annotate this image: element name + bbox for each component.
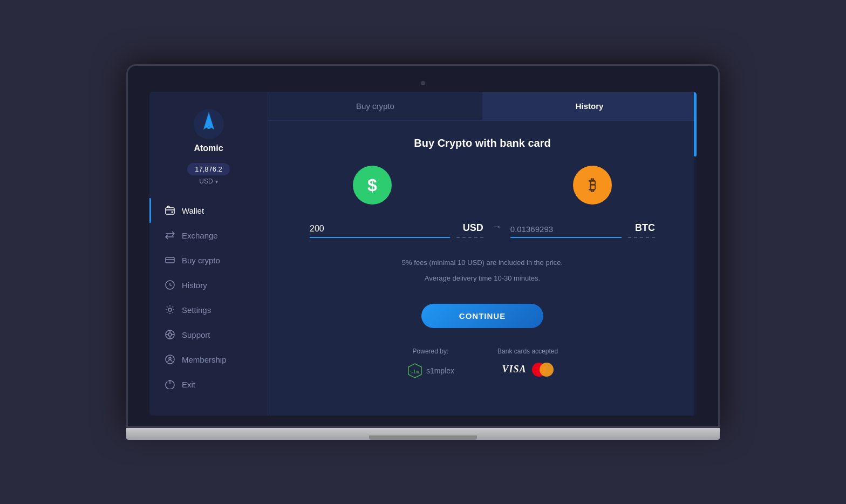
sidebar-item-settings[interactable]: Settings [149,297,268,322]
from-amount-input[interactable] [310,221,450,238]
bank-cards-label: Bank cards accepted [497,348,558,355]
wallet-label: Wallet [182,206,204,215]
membership-label: Membership [182,355,227,364]
svg-point-3 [172,212,173,213]
footer-row: Powered by: s1m s1mplex B [407,348,558,379]
mc-circle-right [540,363,554,377]
sidebar-item-buy-crypto[interactable]: Buy crypto [149,248,268,273]
main-content: Buy crypto History Buy Crypto with bank … [268,92,697,416]
membership-icon [165,354,175,365]
from-currency-label: USD [456,222,483,238]
exchange-row: USD → BTC [310,221,655,238]
sidebar-item-exchange[interactable]: Exchange [149,223,268,248]
visa-logo: VISA [502,364,527,375]
sidebar: Atomic 17,876.2 USD Wallet [149,92,268,416]
history-icon [165,280,175,290]
sidebar-item-membership[interactable]: Membership [149,347,268,372]
mastercard-logo [532,363,554,377]
history-label: History [182,281,207,290]
simplex-text: s1mplex [426,366,454,375]
tab-buy-crypto[interactable]: Buy crypto [268,92,482,120]
to-amount-input[interactable] [510,221,622,238]
exchange-label: Exchange [182,231,218,240]
support-label: Support [182,330,210,339]
laptop-container: Atomic 17,876.2 USD Wallet [126,64,720,440]
exit-label: Exit [182,380,195,389]
powered-by-label: Powered by: [413,348,449,355]
tab-bar: Buy crypto History [268,92,697,121]
usd-icon-circle: $ [353,166,392,205]
btc-icon-circle: ₿ [573,166,612,205]
svg-point-8 [168,333,172,336]
atomic-logo-icon [193,108,225,140]
powered-by-section: Powered by: s1m s1mplex [407,348,454,379]
wallet-icon [165,205,175,216]
logo-name: Atomic [194,144,223,153]
gear-icon [165,304,175,315]
dollar-sign-icon: $ [367,175,377,195]
bank-cards-section: Bank cards accepted VISA [497,348,558,377]
fee-text: 5% fees (minimal 10 USD) are included in… [402,257,563,269]
svg-rect-2 [166,208,174,214]
sidebar-item-support[interactable]: Support [149,322,268,347]
laptop-base [126,428,720,440]
info-section: 5% fees (minimal 10 USD) are included in… [402,257,563,289]
settings-label: Settings [182,305,211,315]
card-logos: VISA [502,363,554,377]
scrollbar-thumb[interactable] [694,92,697,156]
laptop-camera [421,81,425,85]
currency-selector[interactable]: USD [199,178,217,185]
sidebar-item-exit[interactable]: Exit [149,372,268,397]
svg-text:s1m: s1m [410,369,419,374]
delivery-text: Average delivery time 10-30 minutes. [402,273,563,284]
exchange-arrow-icon: → [492,221,502,238]
simplex-icon: s1m [407,363,423,379]
currency-icons-row: $ ₿ [320,166,644,205]
sidebar-item-wallet[interactable]: Wallet [149,198,268,223]
continue-button[interactable]: CONTINUE [421,304,543,328]
power-icon [165,379,175,390]
tab-history[interactable]: History [482,92,697,120]
scrollbar-track[interactable] [694,92,697,416]
credit-card-icon [165,255,175,265]
svg-rect-4 [166,257,174,263]
to-amount-field [510,221,622,238]
to-currency-label: BTC [628,222,655,238]
support-icon [165,329,175,340]
exchange-icon [165,230,175,241]
svg-point-6 [168,308,172,311]
nav-menu: Wallet Exchange Buy crypto [149,198,268,397]
to-field-group: BTC [510,221,655,238]
balance-amount: 17,876.2 [187,163,230,175]
from-amount-field [310,221,450,238]
laptop-screen: Atomic 17,876.2 USD Wallet [149,92,697,416]
page-title: Buy Crypto with bank card [414,137,550,149]
logo-container: Atomic [193,108,225,153]
simplex-logo: s1m s1mplex [407,363,454,379]
content-area: Buy Crypto with bank card $ ₿ [268,121,697,416]
buy-crypto-label: Buy crypto [182,256,220,265]
screen-bezel: Atomic 17,876.2 USD Wallet [126,64,720,428]
bitcoin-icon: ₿ [589,176,596,194]
sidebar-item-history[interactable]: History [149,273,268,297]
from-field-group: USD [310,221,483,238]
